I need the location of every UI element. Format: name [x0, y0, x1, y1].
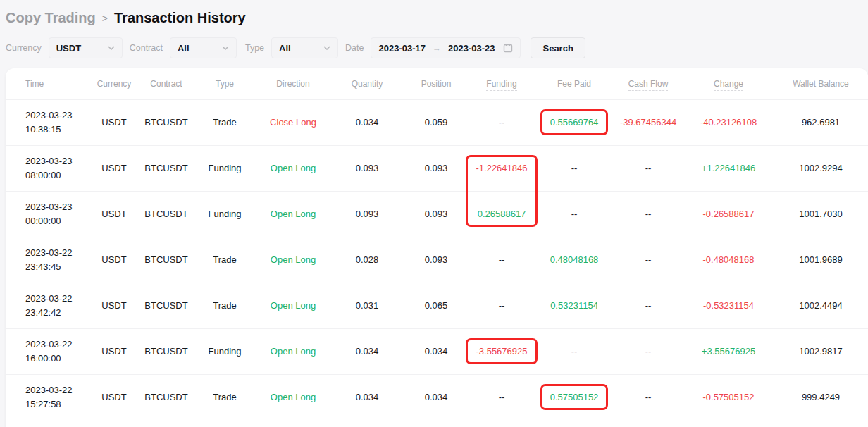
- cell-quantity: 0.031: [330, 283, 404, 328]
- cell-funding: --: [468, 283, 535, 328]
- currency-select-value: USDT: [56, 43, 81, 54]
- breadcrumb-separator-icon: >: [102, 13, 108, 24]
- currency-label: Currency: [6, 43, 42, 53]
- cell-type: Trade: [193, 283, 256, 328]
- chevron-down-icon: [108, 46, 115, 50]
- cell-position: 0.065: [404, 283, 468, 328]
- cell-time: 2023-03-2215:27:58: [6, 374, 89, 420]
- cell-contract: BTCUSDT: [140, 237, 193, 283]
- cell-fee_paid: 0.57505152: [535, 374, 613, 420]
- transaction-table: TimeCurrencyContractTypeDirectionQuantit…: [6, 68, 868, 420]
- currency-select[interactable]: USDT: [49, 37, 123, 58]
- breadcrumb-copy-trading[interactable]: Copy Trading: [6, 10, 96, 26]
- chevron-down-icon: [222, 46, 229, 50]
- calendar-icon: [503, 43, 513, 53]
- cell-change: -0.48048168: [683, 237, 774, 283]
- cell-currency: USDT: [89, 328, 140, 374]
- cell-time: 2023-03-2310:38:15: [6, 99, 89, 145]
- contract-label: Contract: [130, 43, 163, 53]
- column-header-time: Time: [6, 68, 89, 99]
- cell-fee_paid: --: [535, 145, 613, 191]
- cell-position: 0.034: [404, 328, 468, 374]
- column-header-funding: Funding: [468, 68, 535, 99]
- cell-time: 2023-03-2223:42:42: [6, 283, 89, 328]
- cell-fee_paid: --: [535, 328, 613, 374]
- page-title: Transaction History: [114, 10, 246, 26]
- date-label: Date: [345, 43, 364, 53]
- cell-quantity: 0.034: [330, 99, 404, 145]
- cell-change: -40.23126108: [683, 99, 774, 145]
- type-select-value: All: [279, 43, 291, 54]
- cell-contract: BTCUSDT: [140, 283, 193, 328]
- cell-time: 2023-03-2216:00:00: [6, 328, 89, 374]
- cell-fee_paid: --: [535, 191, 613, 237]
- filter-bar: Currency USDT Contract All Type All Date…: [6, 37, 868, 58]
- cell-contract: BTCUSDT: [140, 99, 193, 145]
- cell-direction: Open Long: [256, 237, 330, 283]
- cell-funding: --: [468, 99, 535, 145]
- cell-direction: Open Long: [256, 374, 330, 420]
- page-root: Copy Trading > Transaction History Curre…: [0, 0, 868, 427]
- cell-currency: USDT: [89, 283, 140, 328]
- cell-time: 2023-03-2223:43:45: [6, 237, 89, 283]
- cell-change: +1.22641846: [683, 145, 774, 191]
- column-header-quantity: Quantity: [330, 68, 404, 99]
- cell-quantity: 0.034: [330, 328, 404, 374]
- cell-fee_paid: 0.55669764: [535, 99, 613, 145]
- cell-change: +3.55676925: [683, 328, 774, 374]
- cell-change: -0.57505152: [683, 374, 774, 420]
- chevron-down-icon: [323, 46, 330, 50]
- cell-direction: Open Long: [256, 191, 330, 237]
- cell-funding: -1.22641846: [468, 145, 535, 191]
- cell-cash_flow: --: [613, 191, 683, 237]
- cell-cash_flow: --: [613, 145, 683, 191]
- cell-quantity: 0.028: [330, 237, 404, 283]
- type-select[interactable]: All: [271, 37, 338, 58]
- cell-change: -0.53231154: [683, 283, 774, 328]
- cell-quantity: 0.093: [330, 145, 404, 191]
- cell-wallet_balance: 1002.4494: [774, 283, 868, 328]
- cell-cash_flow: --: [613, 328, 683, 374]
- cell-contract: BTCUSDT: [140, 374, 193, 420]
- cell-time: 2023-03-2308:00:00: [6, 145, 89, 191]
- column-header-wallet_balance: Wallet Balance: [774, 68, 868, 99]
- cell-wallet_balance: 1001.7030: [774, 191, 868, 237]
- cell-wallet_balance: 999.4249: [774, 374, 868, 420]
- column-header-direction: Direction: [256, 68, 330, 99]
- cell-type: Trade: [193, 99, 256, 145]
- cell-currency: USDT: [89, 145, 140, 191]
- cell-type: Funding: [193, 328, 256, 374]
- cell-cash_flow: --: [613, 374, 683, 420]
- cell-quantity: 0.034: [330, 374, 404, 420]
- breadcrumb: Copy Trading > Transaction History: [6, 7, 868, 28]
- cell-funding: 0.26588617: [468, 191, 535, 237]
- cell-currency: USDT: [89, 237, 140, 283]
- cell-fee_paid: 0.48048168: [535, 237, 613, 283]
- search-button[interactable]: Search: [531, 37, 585, 58]
- column-header-currency: Currency: [89, 68, 140, 99]
- date-range-input[interactable]: 2023-03-17 → 2023-03-23: [371, 37, 521, 58]
- cell-currency: USDT: [89, 99, 140, 145]
- cell-wallet_balance: 1002.9817: [774, 328, 868, 374]
- date-from[interactable]: 2023-03-17: [378, 43, 426, 54]
- cell-type: Trade: [193, 237, 256, 283]
- cell-position: 0.034: [404, 374, 468, 420]
- cell-funding: -3.55676925: [468, 328, 535, 374]
- cell-change: -0.26588617: [683, 191, 774, 237]
- column-header-change: Change: [683, 68, 774, 99]
- cell-time: 2023-03-2300:00:00: [6, 191, 89, 237]
- cell-funding: --: [468, 237, 535, 283]
- table-row: 2023-03-2300:00:00USDTBTCUSDTFundingOpen…: [6, 191, 868, 237]
- table-row: 2023-03-2223:43:45USDTBTCUSDTTradeOpen L…: [6, 237, 868, 283]
- cell-contract: BTCUSDT: [140, 145, 193, 191]
- cell-type: Funding: [193, 191, 256, 237]
- table-card: TimeCurrencyContractTypeDirectionQuantit…: [6, 68, 868, 427]
- table-row: 2023-03-2308:00:00USDTBTCUSDTFundingOpen…: [6, 145, 868, 191]
- cell-wallet_balance: 1001.9689: [774, 237, 868, 283]
- cell-wallet_balance: 1002.9294: [774, 145, 868, 191]
- date-to[interactable]: 2023-03-23: [448, 43, 495, 54]
- contract-select[interactable]: All: [170, 37, 237, 58]
- table-row: 2023-03-2223:42:42USDTBTCUSDTTradeOpen L…: [6, 283, 868, 328]
- date-arrow-icon: →: [433, 43, 441, 53]
- table-row: 2023-03-2310:38:15USDTBTCUSDTTradeClose …: [6, 99, 868, 145]
